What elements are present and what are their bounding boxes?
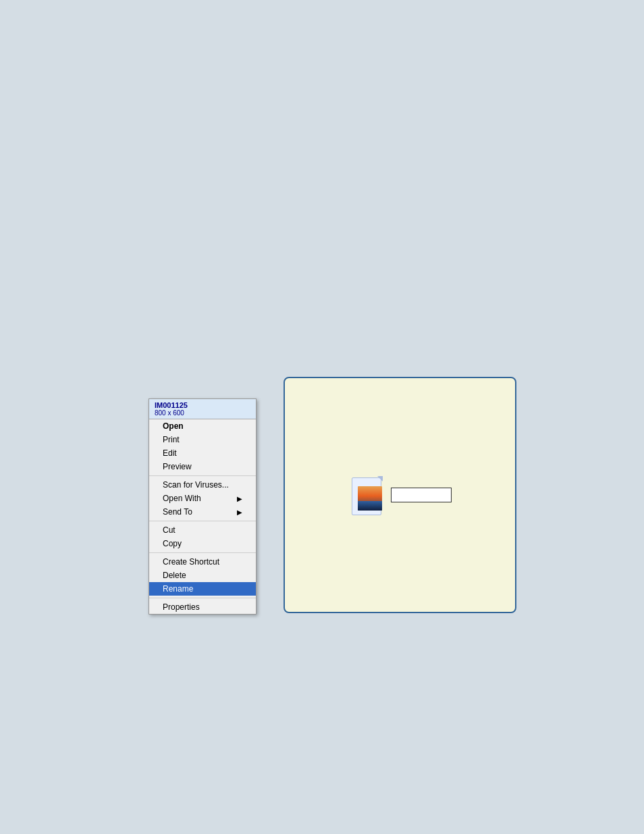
photo-water (358, 501, 382, 511)
context-menu-item-preview[interactable]: Preview (149, 460, 256, 473)
preview-doc-background (352, 477, 381, 515)
context-menu-item-open[interactable]: Open (149, 419, 256, 433)
separator-2 (149, 521, 256, 521)
preview-photo (358, 486, 382, 511)
preview-file-icon (349, 475, 384, 515)
preview-file-container (349, 475, 452, 515)
rename-input[interactable] (391, 488, 452, 502)
context-menu-item-properties[interactable]: Properties (149, 600, 256, 614)
context-menu-item-openwith[interactable]: Open With ▶ (149, 492, 256, 505)
context-menu-item-scan[interactable]: Scan for Viruses... (149, 478, 256, 492)
context-menu-item-sendto[interactable]: Send To ▶ (149, 505, 256, 519)
context-menu-item-edit[interactable]: Edit (149, 446, 256, 460)
context-menu-item-copy[interactable]: Copy (149, 537, 256, 550)
context-menu-item-delete[interactable]: Delete (149, 569, 256, 582)
arrow-icon: ▶ (237, 495, 242, 502)
page-corner-icon (377, 476, 383, 481)
context-menu-item-cut[interactable]: Cut (149, 523, 256, 537)
separator-4 (149, 598, 256, 598)
arrow-icon: ▶ (237, 509, 242, 516)
context-menu-filename: IM001125 (155, 401, 250, 409)
context-menu: IM001125 800 x 600 Open Print Edit Previ… (149, 398, 257, 615)
context-menu-filedims: 800 x 600 (155, 409, 250, 417)
separator-3 (149, 552, 256, 553)
preview-panel (284, 377, 516, 613)
context-menu-item-rename[interactable]: Rename (149, 582, 256, 596)
desktop: IM001125 800 x 600 Open Print Edit Previ… (0, 0, 644, 834)
context-menu-item-print[interactable]: Print (149, 433, 256, 446)
context-menu-header: IM001125 800 x 600 (149, 399, 256, 419)
separator-1 (149, 475, 256, 476)
context-menu-item-create-shortcut[interactable]: Create Shortcut (149, 555, 256, 569)
